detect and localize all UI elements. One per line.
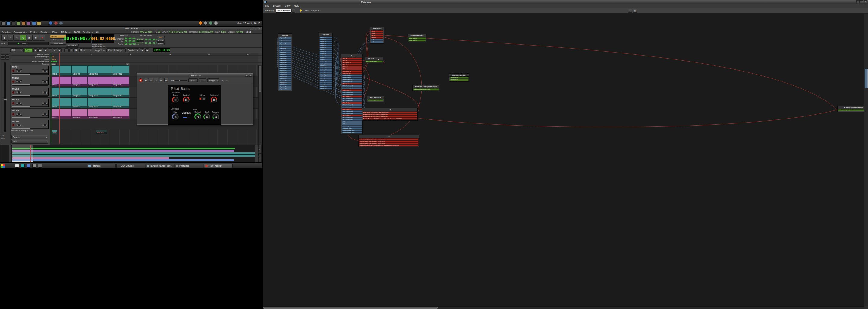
minimize-icon[interactable]: – (250, 27, 253, 30)
midi-region[interactable]: MIDI 6-1 (52, 130, 57, 134)
patchage-titlebar[interactable]: Patchage – □ × (263, 0, 868, 4)
start-marker[interactable]: début (51, 63, 57, 65)
patchage-canvas[interactable]: systemplayback_1playback_2playback_3play… (263, 13, 864, 306)
patchage-menu-help[interactable]: Help (292, 4, 301, 7)
midi-region[interactable]: MIDI 5-1 (52, 109, 72, 119)
music-icon[interactable] (22, 22, 26, 25)
midi-connection-cable[interactable] (363, 33, 370, 73)
summary-zoom-in-icon[interactable]: ▴ (258, 145, 261, 153)
shuttle-control[interactable]: ▶ Ressort (8, 42, 49, 45)
launcher-icon-2[interactable] (21, 164, 25, 168)
settings-icon[interactable]: ▩ (164, 78, 168, 82)
module-m-audio-2[interactable]: M Audio Audiophile 24M Audio Audiophile … (837, 106, 864, 112)
port-playback-5[interactable]: playback_5 (279, 45, 291, 47)
port-playback-11[interactable]: playback_11 (279, 58, 291, 59)
port-midi-5-midi-in-1[interactable]: MIDI 5/midi_in 1 (342, 108, 362, 110)
module-m-audio-1[interactable]: M Audio Audiophile 24/96M Audio Audiophi… (412, 85, 439, 91)
port-ctrl-out[interactable]: ctrl-out (371, 35, 383, 36)
preset-combo[interactable]: Moog A▲▼ (207, 79, 219, 82)
main-transport-clock[interactable]: 00:00:00:21 (66, 34, 91, 43)
port-capture-24[interactable]: capture_24 (319, 83, 332, 85)
port-capture-20[interactable]: capture_20 (319, 75, 332, 77)
summary-scroll-right-icon[interactable]: ▸ (255, 145, 258, 162)
port-ltc-in[interactable]: LTC-in (342, 121, 362, 123)
port-midi-5-audio-out-1[interactable]: MIDI 5/audio_out 1 (342, 110, 362, 112)
record-enable-button[interactable] (12, 80, 15, 83)
mixer-icon[interactable] (27, 22, 31, 25)
port-capture-4[interactable]: capture_4 (319, 43, 332, 44)
port-midi-3-midi-in-1[interactable]: MIDI 3/midi_in 1 (342, 96, 362, 97)
track-fader[interactable] (12, 117, 48, 118)
latency-input[interactable]: 1024 frames (276, 9, 291, 13)
port-mmc-in[interactable]: MMC in (342, 58, 362, 59)
zoom-focus-combo[interactable]: Souris▾ (79, 48, 92, 52)
port-midi-2-audio-out-2[interactable]: MIDI 2/audio_out 2 (342, 93, 362, 95)
port-midi-through-port-0[interactable]: Midi Through Port-0 (368, 99, 383, 101)
record-enable-button[interactable] (12, 124, 15, 127)
ruler-2[interactable]: Signature rythmique4/4 (0, 56, 261, 58)
group-button[interactable]: g (45, 69, 48, 72)
port-playback-20[interactable]: playback_20 (279, 76, 291, 78)
sidebar-mini-button[interactable] (5, 54, 9, 57)
midi-region[interactable]: MIDI@479 (72, 87, 88, 97)
bank-spinner[interactable]: 0▲▼ (199, 79, 206, 82)
port-midi-3-audio-out-2[interactable]: MIDI 3/audio_out 2 (342, 100, 362, 102)
phat-bass-titlebar[interactable]: Phat Bass – × (137, 74, 253, 77)
port-hdsp-midi-1[interactable]: HDSP MIDI 1 (450, 77, 469, 79)
midi-region[interactable]: MIDI 4-1 (52, 98, 72, 108)
midi-connection-cable[interactable] (384, 35, 837, 110)
close-icon[interactable]: × (864, 0, 867, 3)
port-capture-26[interactable]: capture_26 (319, 87, 332, 89)
port-midi-2-midi-in-1[interactable]: MIDI 2/midi_in 1 (342, 89, 362, 91)
track-header-midi-5[interactable]: MIDI 5mspg (11, 109, 50, 119)
nudge-clock[interactable]: 00:00:00:00 (153, 48, 170, 52)
port-capture-9[interactable]: capture_9 (319, 53, 332, 55)
gears-icon[interactable] (54, 21, 58, 25)
auto-return-button[interactable]: Retour audio (50, 41, 66, 45)
port-mtc-out[interactable]: MTC out (342, 68, 362, 70)
go-to-end-button[interactable]: » (14, 35, 20, 41)
module-phat-bass[interactable]: Phat Bassctrl-inmidi-inctrl-outmidi-outo… (370, 27, 384, 44)
mute-button[interactable]: m (16, 113, 19, 116)
zoom-full-icon[interactable]: ▣ (633, 9, 637, 13)
solo-button[interactable]: s (19, 69, 22, 72)
sidebar-fader[interactable] (4, 62, 6, 132)
midi-region[interactable]: MIDI@479 (72, 98, 88, 108)
edit-point-combo[interactable]: Souris▾ (127, 48, 139, 52)
maximize-icon[interactable]: □ (254, 27, 257, 30)
solo-button[interactable]: s (19, 91, 22, 94)
knob-dial[interactable]: 30 (203, 113, 210, 120)
track-fader[interactable] (12, 95, 48, 96)
port-hammerfall-dsp-16-playback-hdsp-midi-1[interactable]: Hammerfall DSP [16] (playback): HDSP MID… (359, 140, 418, 142)
nudge-back-button[interactable]: ◀ (140, 48, 144, 52)
port-playback-16[interactable]: playback_16 (279, 67, 291, 69)
port-playback-15[interactable]: playback_15 (279, 66, 291, 67)
loop-button[interactable]: ↻ (20, 35, 26, 41)
play-button[interactable]: ▶ (27, 35, 33, 41)
session-summary[interactable]: ◂ ▸ ▴ ▾ (0, 144, 261, 162)
go-to-start-button[interactable]: « (7, 35, 13, 41)
midi-automation-lane[interactable]: MIDI 6-1MIDI 6-5-2 (50, 129, 259, 144)
midi-region[interactable]: MIDI@479 (72, 65, 88, 76)
port-mmc-out[interactable]: MMC out (342, 66, 362, 68)
editor-icon[interactable] (17, 22, 21, 25)
midi-region[interactable]: MIDI@479 (72, 76, 88, 86)
port-ltc-out[interactable]: LTC-out (342, 123, 362, 125)
port-capture-11[interactable]: capture_11 (319, 57, 332, 59)
midi-connection-cable[interactable] (418, 110, 837, 127)
port-playback-4[interactable]: playback_4 (279, 43, 291, 45)
module-a2j-playback[interactable]: a2jMidi Through [14] (playback): Midi Th… (358, 135, 419, 147)
port-master-audio-in-1[interactable]: master/audio_in 1 (342, 75, 362, 76)
midi-device-combo[interactable]: Generic▾ (11, 135, 48, 139)
patchage-menu-system[interactable]: System (271, 4, 283, 7)
module-midi-through-2[interactable]: Midi ThroughMidi Through Port-0 (367, 96, 384, 102)
menu-affichage[interactable]: Affichage (59, 31, 72, 33)
solo-button[interactable]: s (19, 102, 22, 105)
menu-piste[interactable]: Piste (51, 31, 59, 33)
tool-draw-button[interactable]: ● (53, 48, 57, 52)
module-ardour[interactable]: ardourMMC inMTC inMIDI control inMIDI cl… (341, 54, 363, 134)
midi-region[interactable]: MIDI@2475-2 (112, 98, 129, 108)
port-capture-12[interactable]: capture_12 (319, 59, 332, 61)
edit-mode-combo[interactable]: Slide▾ (10, 48, 24, 52)
ardour-rulers[interactable]: Mesures:Temps159131721Signature rythmiqu… (0, 53, 261, 65)
